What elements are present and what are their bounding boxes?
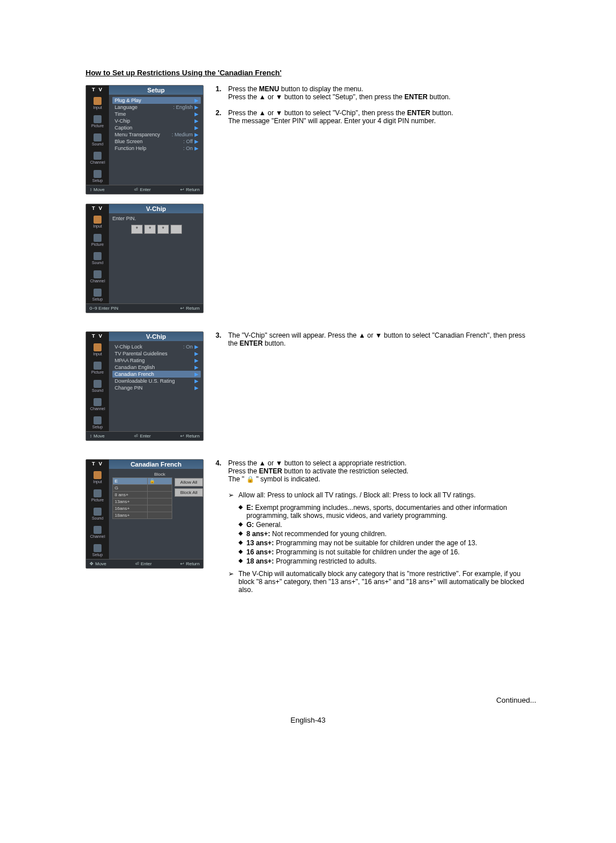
chevron-right-icon: ▶ bbox=[194, 111, 198, 117]
chevron-right-icon: ▶ bbox=[194, 118, 198, 124]
sidebar-item: Channel bbox=[88, 398, 107, 411]
menu-row: Plug & Play▶ bbox=[112, 97, 201, 104]
pin-digit: * bbox=[144, 225, 156, 234]
rating-row: 18ans+ bbox=[113, 512, 172, 519]
menu-label: Time bbox=[115, 111, 126, 117]
rating-label: 16ans+ bbox=[113, 505, 148, 512]
menu-label: Language bbox=[115, 104, 137, 110]
step-number: 3. bbox=[216, 331, 228, 347]
sidebar-icon bbox=[94, 416, 102, 424]
rating-block-cell bbox=[148, 492, 172, 498]
sidebar-item: Setup bbox=[88, 416, 107, 429]
rating-block-cell bbox=[148, 485, 172, 492]
sidebar-item: Picture bbox=[88, 234, 107, 246]
allow-all-button[interactable]: Allow All bbox=[175, 478, 203, 487]
menu-row: Language: English▶ bbox=[112, 104, 201, 111]
definition-item: ◆16 ans+: Programming is not suitable fo… bbox=[238, 548, 536, 556]
sidebar-label: Picture bbox=[88, 124, 107, 128]
menu-label: Function Help bbox=[115, 145, 147, 151]
chevron-right-icon: ▶ bbox=[194, 125, 198, 131]
sidebar-icon bbox=[94, 398, 102, 406]
sidebar-icon bbox=[94, 234, 102, 242]
sidebar-item: Channel bbox=[88, 270, 107, 283]
menu-label: Caption bbox=[115, 125, 132, 131]
sidebar-label: Channel bbox=[88, 279, 107, 283]
sidebar-icon bbox=[94, 508, 102, 516]
rating-label: E bbox=[113, 478, 148, 485]
osd-setup-menu: T V Setup InputPictureSoundChannelSetup … bbox=[86, 85, 204, 194]
menu-row: Canadian English▶ bbox=[112, 364, 201, 371]
sidebar-label: Sound bbox=[88, 516, 107, 520]
menu-title: Setup bbox=[109, 86, 203, 95]
pin-digit: * bbox=[131, 225, 143, 234]
menu-label: Blue Screen bbox=[115, 139, 143, 144]
pin-prompt: Enter PIN. bbox=[112, 216, 201, 221]
sidebar-label: Channel bbox=[88, 534, 107, 538]
menu-row: Time▶ bbox=[112, 111, 201, 117]
sidebar-label: Setup bbox=[88, 297, 107, 301]
bullet-icon: ◆ bbox=[238, 539, 246, 547]
chevron-right-icon: ▶ bbox=[194, 358, 198, 363]
menu-label: Change PIN bbox=[115, 385, 143, 391]
sidebar-label: Sound bbox=[88, 142, 107, 146]
footer-enter: ⏎ Enter bbox=[134, 433, 151, 439]
step-3-text: The "V-Chip" screen will appear. Press t… bbox=[228, 331, 536, 347]
menu-label: Canadian French bbox=[115, 371, 154, 377]
sidebar-item: Input bbox=[88, 343, 107, 356]
menu-value: : Off bbox=[183, 139, 193, 144]
footer-return: ↩ Return bbox=[180, 306, 200, 311]
menu-row: Menu Transparency: Medium▶ bbox=[112, 131, 201, 138]
step-number: 1. bbox=[216, 85, 228, 101]
tv-label: T V bbox=[86, 204, 109, 213]
menu-label: Menu Transparency bbox=[115, 132, 160, 137]
footer-return: ↩ Return bbox=[180, 561, 200, 566]
osd-canadian-french: T V Canadian French InputPictureSoundCha… bbox=[86, 459, 204, 569]
bullet-icon: ◆ bbox=[238, 530, 246, 538]
menu-label: MPAA Rating bbox=[115, 358, 145, 363]
definition-item: ◆E: Exempt programming includes...news, … bbox=[238, 504, 536, 520]
sidebar-item: Picture bbox=[88, 489, 107, 502]
sidebar-icon bbox=[94, 170, 102, 178]
sidebar-item: Input bbox=[88, 216, 107, 228]
bullet-icon: ◆ bbox=[238, 548, 246, 556]
sidebar-icon bbox=[94, 152, 102, 160]
chevron-right-icon: ▶ bbox=[194, 371, 198, 377]
block-all-button[interactable]: Block All bbox=[175, 488, 203, 497]
footer-return: ↩ Return bbox=[180, 187, 200, 192]
sidebar-icon bbox=[94, 544, 102, 552]
sidebar-label: Input bbox=[88, 352, 107, 356]
osd-vchip-menu: T V V-Chip InputPictureSoundChannelSetup… bbox=[86, 331, 204, 441]
sidebar-icon bbox=[94, 471, 102, 479]
definition-item: ◆8 ans+: Not recommended for young child… bbox=[238, 530, 536, 538]
tv-label: T V bbox=[86, 86, 109, 95]
footer-move: ✥Move bbox=[90, 561, 107, 566]
sidebar-item: Channel bbox=[88, 152, 107, 164]
sidebar-item: Picture bbox=[88, 362, 107, 374]
sidebar-icon bbox=[94, 115, 102, 123]
footer-enter: ⏎ Enter bbox=[135, 561, 152, 566]
chevron-right-icon: ▶ bbox=[194, 364, 198, 370]
osd-sidebar: InputPictureSoundChannelSetup bbox=[86, 95, 109, 185]
menu-row: Function Help: On▶ bbox=[112, 145, 201, 152]
sidebar-icon bbox=[94, 526, 102, 534]
rating-row: 16ans+ bbox=[113, 505, 172, 512]
osd-sidebar: InputPictureSoundChannelSetup bbox=[86, 469, 109, 559]
menu-row: MPAA Rating▶ bbox=[112, 357, 201, 364]
rating-label: G bbox=[113, 485, 148, 492]
menu-value: : On bbox=[183, 145, 193, 151]
sidebar-icon bbox=[94, 489, 102, 497]
step-number: 2. bbox=[216, 109, 228, 125]
chevron-right-icon: ▶ bbox=[194, 139, 198, 144]
sidebar-label: Channel bbox=[88, 407, 107, 411]
rating-label: 13ans+ bbox=[113, 498, 148, 505]
definition-item: ◆13 ans+: Programming may not be suitabl… bbox=[238, 539, 536, 547]
rating-block-cell: 🔒 bbox=[148, 478, 172, 485]
bullet-icon: ◆ bbox=[238, 504, 246, 520]
chevron-right-icon: ▶ bbox=[194, 132, 198, 137]
pin-digit: * bbox=[157, 225, 169, 234]
sidebar-icon bbox=[94, 216, 102, 224]
rating-table: Block E🔒G8 ans+13ans+16ans+18ans+ bbox=[112, 471, 172, 519]
osd-enter-pin: T V V-Chip InputPictureSoundChannelSetup… bbox=[86, 204, 204, 313]
rating-block-cell bbox=[148, 512, 172, 519]
menu-row: Canadian French▶ bbox=[112, 371, 201, 378]
